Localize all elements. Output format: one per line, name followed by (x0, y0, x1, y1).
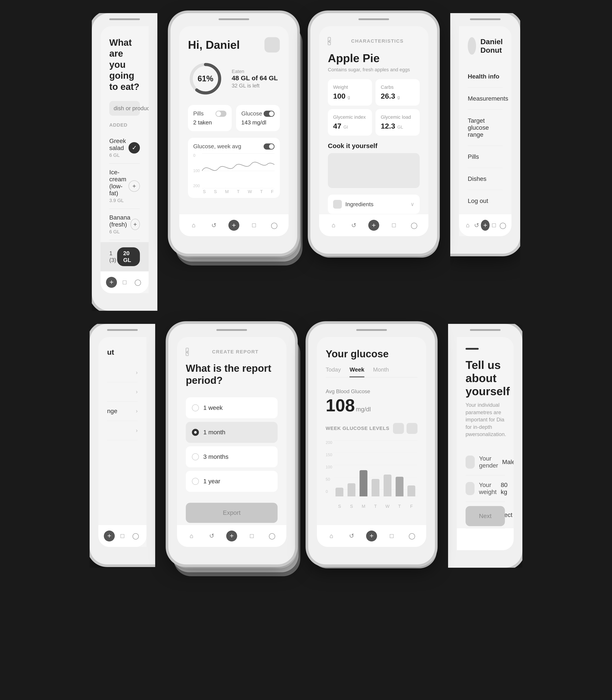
screen2-header: Hi, Daniel (188, 37, 280, 53)
export-button[interactable]: Export (186, 503, 278, 523)
stats-grid: Weight 100 g Carbs 26.3 g Glycemic index… (328, 79, 420, 136)
gi-stat: Glycemic index 47 GI (328, 109, 372, 136)
profile-icon[interactable]: ◯ (408, 220, 419, 231)
profile-icon[interactable]: ◯ (132, 277, 143, 288)
screen5-header: ‹ CREATE REPORT (186, 348, 278, 356)
eaten-info: Eaten 48 GL of 64 GL 32 GL is left (232, 69, 278, 89)
option-1month[interactable]: 1 month (186, 422, 278, 443)
radio-1week[interactable] (192, 404, 199, 411)
bar-s2 (348, 483, 356, 496)
add-icon[interactable]: + (104, 531, 115, 541)
history-icon[interactable]: ↺ (206, 531, 217, 541)
history-icon[interactable]: ↺ (346, 531, 357, 541)
book-icon[interactable]: □ (246, 531, 257, 541)
bar-t2 (395, 477, 403, 496)
option-1year[interactable]: 1 year (186, 471, 278, 492)
weight-stat: Weight 100 g (328, 79, 372, 106)
tab-week[interactable]: Week (349, 366, 364, 377)
nav-bar-3: ⌂ ↺ + □ ◯ (319, 214, 428, 236)
menu-item-target[interactable]: Target glucose range (468, 110, 503, 146)
menu-item-pills[interactable]: Pills (468, 146, 503, 168)
menu-item-measurements[interactable]: Measurements (468, 88, 503, 110)
item-add-button[interactable]: + (128, 180, 140, 192)
nav-bar-8 (457, 529, 514, 550)
menu-item-logout[interactable]: Log out (468, 190, 503, 212)
pills-card: Pills 2 taken (188, 105, 232, 131)
screen1-title: What are you going to eat? (109, 37, 140, 92)
history-icon[interactable]: ↺ (472, 220, 481, 231)
avatar (264, 37, 280, 53)
option-3months[interactable]: 3 months (186, 446, 278, 467)
list-item: Greek salad 6 GL ✓ (109, 132, 140, 164)
phone-1-partial: What are you going to eat? 🔍 ADDED Greek… (92, 13, 157, 311)
profile-icon[interactable]: ◯ (269, 220, 280, 231)
add-nav-icon[interactable]: + (106, 277, 117, 288)
nav-bar-2: ⌂ ↺ + □ ◯ (179, 214, 289, 236)
radio-3months[interactable] (192, 453, 199, 460)
report-title: What is the report period? (186, 362, 278, 386)
profile-icon[interactable]: ◯ (130, 531, 141, 541)
gender-field[interactable]: Your gender Male (465, 449, 505, 476)
percent-text: 61% (198, 74, 213, 83)
book-icon[interactable]: □ (490, 220, 498, 231)
add-icon[interactable]: + (226, 531, 237, 541)
search-bar[interactable]: 🔍 (109, 101, 140, 116)
history-icon[interactable]: ↺ (208, 220, 219, 231)
glucose-title: Your glucose (326, 348, 417, 360)
tab-today[interactable]: Today (326, 366, 341, 377)
glucose-toggle[interactable] (264, 111, 275, 117)
glucose-card: Glucose 143 mg/dl (236, 105, 280, 131)
home-icon[interactable]: ⌂ (328, 220, 339, 231)
book-icon[interactable]: □ (117, 531, 128, 541)
chart-toggle[interactable] (264, 143, 275, 150)
period-tabs: Today Week Month (326, 366, 417, 378)
progress-circle: 61% (188, 61, 223, 96)
profile-icon[interactable]: ◯ (498, 220, 507, 231)
book-icon[interactable]: □ (388, 220, 399, 231)
home-icon[interactable]: ⌂ (188, 220, 199, 231)
home-icon[interactable]: ⌂ (326, 531, 337, 541)
profile-icon[interactable]: ◯ (266, 531, 277, 541)
history-icon[interactable]: ↺ (348, 220, 359, 231)
progress-bar (465, 348, 479, 350)
book-icon[interactable]: □ (119, 277, 130, 288)
pills-toggle[interactable] (215, 111, 226, 117)
search-input[interactable] (114, 105, 149, 112)
nav-bar-7: ⌂ ↺ + □ ◯ (317, 525, 426, 547)
cook-image (328, 153, 420, 188)
home-icon[interactable]: ⌂ (463, 220, 472, 231)
menu-item-health[interactable]: Health info (468, 66, 503, 88)
weight-field[interactable]: Your weight 80 kg (465, 476, 505, 502)
carbs-stat: Carbs 26.3 g (376, 79, 420, 106)
ingredients-label: Ingredients (345, 201, 374, 208)
back-button[interactable]: ‹ (186, 348, 189, 356)
back-button[interactable]: ‹ (328, 37, 331, 45)
profile-icon[interactable]: ◯ (406, 531, 417, 541)
item-check-button[interactable]: ✓ (128, 142, 140, 153)
tab-month[interactable]: Month (373, 366, 389, 377)
chevron-right-icon: ∨ (411, 201, 414, 207)
next-button[interactable]: Next (465, 506, 505, 526)
avatar (468, 37, 476, 55)
item-add-button[interactable]: + (130, 219, 140, 230)
menu-item-dishes[interactable]: Dishes (468, 168, 503, 190)
user-name: Daniel Donut (481, 37, 503, 54)
chart-btn-2[interactable] (406, 423, 417, 434)
onboarding-title: Tell us about yourself (465, 358, 505, 398)
add-icon[interactable]: + (481, 220, 490, 231)
nav-title: CREATE REPORT (193, 349, 278, 355)
add-icon[interactable]: + (228, 220, 239, 231)
nav-bar-5p: + □ ◯ (98, 525, 147, 547)
greeting-title: Hi, Daniel (188, 38, 240, 51)
book-icon[interactable]: □ (386, 531, 397, 541)
ingredients-row[interactable]: Ingredients ∨ (328, 195, 420, 214)
radio-1month[interactable] (192, 429, 199, 436)
home-icon[interactable]: ⌂ (186, 531, 197, 541)
option-1week[interactable]: 1 week (186, 397, 278, 418)
bar-w (384, 475, 391, 496)
add-icon[interactable]: + (366, 531, 377, 541)
chart-btn-1[interactable] (393, 423, 404, 434)
add-icon[interactable]: + (368, 220, 379, 231)
book-icon[interactable]: □ (249, 220, 260, 231)
radio-1year[interactable] (192, 478, 199, 485)
